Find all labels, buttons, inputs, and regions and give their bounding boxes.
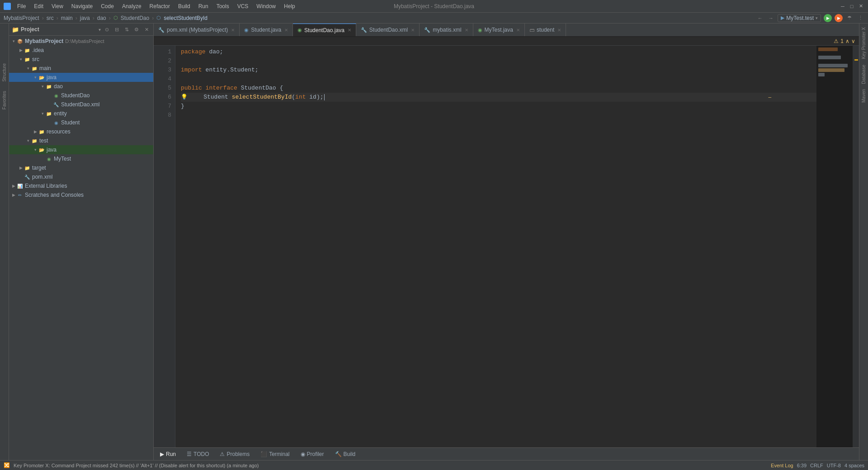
menu-vcs[interactable]: VCS bbox=[234, 2, 252, 10]
warning-nav-up[interactable]: ∧ bbox=[845, 38, 849, 44]
tab-close-student-java[interactable]: ✕ bbox=[284, 28, 288, 33]
tab-close-mybatis-xml[interactable]: ✕ bbox=[465, 28, 468, 33]
tree-item-target[interactable]: ▶ 📁 target bbox=[9, 163, 153, 172]
tab-pom-xml[interactable]: 🔧 pom.xml (MybatisProject) ✕ bbox=[154, 24, 240, 36]
breadcrumb-dao[interactable]: dao bbox=[97, 15, 106, 21]
tab-close-student-table[interactable]: ✕ bbox=[557, 28, 561, 33]
tab-close-studentdao-xml[interactable]: ✕ bbox=[411, 28, 415, 33]
project-dropdown[interactable]: ▾ bbox=[99, 27, 101, 32]
more-actions-button[interactable]: ⋮ bbox=[856, 14, 864, 22]
menu-help[interactable]: Help bbox=[280, 2, 299, 10]
tree-item-studentdao-xml[interactable]: 🔧 StudentDao.xml bbox=[9, 100, 153, 109]
git-branch-status[interactable]: 🔀 bbox=[4, 462, 10, 468]
tree-item-mybatis-project[interactable]: ▾ 📦 MybatisProject D:\MybatisProject bbox=[9, 37, 153, 46]
tree-item-student[interactable]: ◉ Student bbox=[9, 118, 153, 127]
breadcrumb-main[interactable]: main bbox=[61, 15, 73, 21]
src-arrow: ▾ bbox=[18, 57, 24, 62]
menu-navigate[interactable]: Navigate bbox=[68, 2, 96, 10]
line-ending-status[interactable]: CRLF bbox=[810, 463, 823, 468]
terminal-tab[interactable]: ⬛ Terminal bbox=[258, 450, 292, 458]
code-line-2 bbox=[181, 57, 816, 66]
tab-mytest-java[interactable]: ◉ MyTest.java ✕ bbox=[473, 24, 525, 36]
run-config-selector[interactable]: ▶ MyTest.test ▾ bbox=[778, 14, 821, 22]
tree-item-test-java[interactable]: ▾ 📂 java bbox=[9, 145, 153, 154]
editor-main: 1 2 3 4 5 6 7 8 package dao ; bbox=[154, 46, 859, 447]
back-button[interactable]: ← bbox=[756, 14, 764, 22]
tab-close-pom-xml[interactable]: ✕ bbox=[231, 28, 235, 33]
tree-item-studentdao[interactable]: ◉ StudentDao bbox=[9, 91, 153, 100]
menu-file[interactable]: File bbox=[14, 2, 29, 10]
build-tab[interactable]: 🔨 Build bbox=[332, 450, 359, 458]
todo-tab[interactable]: ☰ TODO bbox=[184, 450, 212, 458]
menu-code[interactable]: Code bbox=[97, 2, 118, 10]
problems-tab[interactable]: ⚠ Problems bbox=[217, 450, 252, 458]
tree-label-student: Student bbox=[61, 119, 80, 126]
profiler-tab[interactable]: ◉ Profiler bbox=[298, 450, 327, 458]
maximize-button[interactable]: □ bbox=[848, 3, 855, 10]
run-tab[interactable]: ▶ Run bbox=[157, 450, 179, 458]
tree-item-java[interactable]: ▾ 📂 java bbox=[9, 73, 153, 82]
close-button[interactable]: ✕ bbox=[857, 3, 864, 10]
tab-close-studentdao-java[interactable]: ✕ bbox=[348, 28, 351, 33]
tree-item-pom[interactable]: 🔧 pom.xml bbox=[9, 172, 153, 181]
database-panel-tab[interactable]: Database bbox=[860, 63, 867, 86]
breadcrumb-java[interactable]: java bbox=[80, 15, 90, 21]
tab-student-table[interactable]: 🗃 student ✕ bbox=[525, 24, 566, 36]
menu-refactor[interactable]: Refactor bbox=[146, 2, 174, 10]
tab-studentdao-xml[interactable]: 🔧 StudentDao.xml ✕ bbox=[356, 24, 420, 36]
tab-mybatis-xml[interactable]: 🔧 mybatis.xml ✕ bbox=[420, 24, 473, 36]
tree-label-dao: dao bbox=[54, 83, 63, 90]
favorites-panel-tab[interactable]: Favorites bbox=[1, 87, 8, 113]
menu-view[interactable]: View bbox=[48, 2, 67, 10]
tree-item-main[interactable]: ▾ 📁 main bbox=[9, 64, 153, 73]
warning-indicator[interactable]: ⚠ 1 ∧ ∨ bbox=[834, 38, 855, 44]
tree-item-test[interactable]: ▾ 📁 test bbox=[9, 136, 153, 145]
menu-analyze[interactable]: Analyze bbox=[118, 2, 145, 10]
breadcrumb-project[interactable]: MybatisProject bbox=[4, 15, 39, 21]
tab-label-student-java: Student.java bbox=[251, 27, 281, 33]
tree-item-entity[interactable]: ▾ 📁 entity bbox=[9, 109, 153, 118]
tree-item-mytest[interactable]: ◉ MyTest bbox=[9, 154, 153, 163]
breadcrumb-src[interactable]: src bbox=[47, 15, 54, 21]
indent-status[interactable]: 4 spaces bbox=[844, 463, 864, 468]
menu-build[interactable]: Build bbox=[175, 2, 194, 10]
tab-studentdao-java[interactable]: ◉ StudentDao.java ✕ bbox=[293, 24, 356, 36]
breadcrumb-method[interactable]: selectStudentById bbox=[164, 15, 208, 21]
breadcrumb-studentdao[interactable]: StudentDao bbox=[121, 15, 149, 21]
forward-button[interactable]: → bbox=[767, 14, 775, 22]
tree-item-dao[interactable]: ▾ 📁 dao bbox=[9, 82, 153, 91]
tab-close-mytest-java[interactable]: ✕ bbox=[516, 28, 520, 33]
kw-package: package bbox=[181, 47, 209, 57]
locate-icon[interactable]: ⊙ bbox=[103, 25, 111, 33]
menu-tools[interactable]: Tools bbox=[213, 2, 233, 10]
coverage-button[interactable]: ☂ bbox=[845, 14, 854, 22]
tree-item-ext-libs[interactable]: ▶ 📊 External Libraries bbox=[9, 181, 153, 190]
position-status[interactable]: 6:39 bbox=[797, 463, 807, 468]
collapse-all-icon[interactable]: ⊟ bbox=[113, 25, 121, 33]
menu-run[interactable]: Run bbox=[195, 2, 212, 10]
terminal-tab-icon: ⬛ bbox=[260, 451, 267, 457]
close-sidebar-icon[interactable]: ✕ bbox=[142, 25, 151, 33]
tab-student-java[interactable]: ◉ Student.java ✕ bbox=[240, 24, 293, 36]
code-line-6: 💡 Student selectStudentById ( int id ); … bbox=[181, 93, 816, 102]
key-promoter-panel-tab[interactable]: Key Promoter X bbox=[860, 25, 867, 61]
tree-item-idea[interactable]: ▶ 📁 .idea bbox=[9, 46, 153, 55]
run-button[interactable]: ▶ bbox=[824, 14, 832, 22]
tree-item-src[interactable]: ▾ 📁 src bbox=[9, 55, 153, 64]
encoding-status[interactable]: UTF-8 bbox=[827, 463, 841, 468]
debug-button[interactable]: ▶ bbox=[835, 14, 843, 22]
menu-window[interactable]: Window bbox=[253, 2, 279, 10]
minimize-button[interactable]: ─ bbox=[839, 3, 846, 10]
maven-panel-tab[interactable]: Maven bbox=[860, 87, 867, 104]
menu-edit[interactable]: Edit bbox=[30, 2, 47, 10]
warning-nav-down[interactable]: ∨ bbox=[851, 38, 855, 44]
tree-item-scratches[interactable]: ▶ ✏ Scratches and Consoles bbox=[9, 190, 153, 199]
code-editor[interactable]: package dao ; import entity.Student ; pu… bbox=[175, 46, 816, 447]
tree-label-studentdao-xml: StudentDao.xml bbox=[61, 101, 99, 108]
event-log-status[interactable]: Event Log bbox=[771, 463, 793, 468]
structure-panel-tab[interactable]: Structure bbox=[1, 60, 8, 85]
settings-icon[interactable]: ⚙ bbox=[132, 25, 141, 33]
kw-interface: interface bbox=[206, 84, 241, 93]
sort-icon[interactable]: ⇅ bbox=[123, 25, 131, 33]
tree-item-resources[interactable]: ▶ 📁 resources bbox=[9, 127, 153, 136]
